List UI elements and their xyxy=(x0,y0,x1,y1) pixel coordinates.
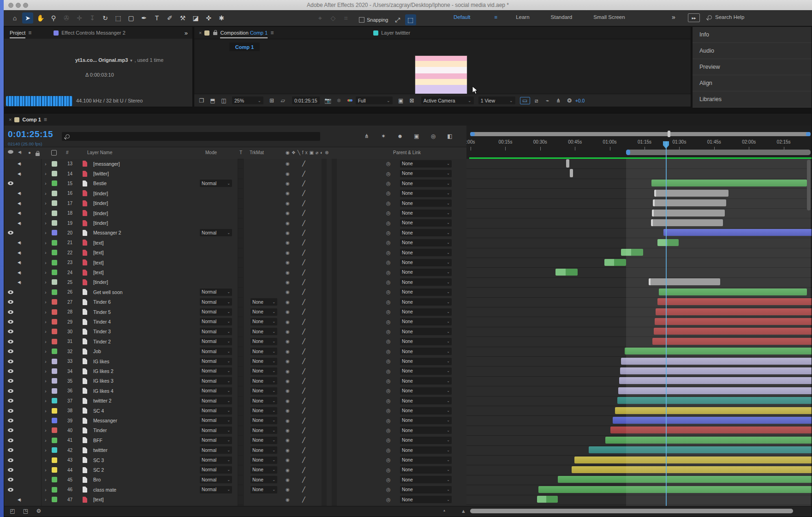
eye-icon[interactable] xyxy=(8,406,13,415)
layer-row-21[interactable]: ◀)›21[text]◉╱◎None⌄ xyxy=(4,238,466,248)
mask-visibility-icon[interactable]: ▱ xyxy=(278,97,287,104)
timeline-track-20[interactable] xyxy=(466,228,812,238)
effect-switch-box[interactable] xyxy=(322,406,327,415)
motionblur-switch-box[interactable] xyxy=(332,327,337,337)
sidebar-panel-audio[interactable]: Audio xyxy=(693,43,812,59)
preserve-transparency-box[interactable] xyxy=(238,455,244,466)
eye-icon[interactable] xyxy=(8,485,13,494)
quality-switch-icon[interactable]: ╱ xyxy=(302,277,305,287)
timeline-search-input[interactable] xyxy=(62,132,320,141)
parent-link-column-header[interactable]: Parent & Link xyxy=(393,150,421,155)
layer-row-36[interactable]: ›36IG likes 4Normal⌄None⌄◉╱◎None⌄ xyxy=(4,386,466,396)
eye-icon[interactable] xyxy=(8,475,13,485)
preserve-transparency-box[interactable] xyxy=(238,168,244,179)
layer-row-25[interactable]: ◀)›25[tinder]◉╱◎None⌄ xyxy=(4,277,466,288)
motionblur-switch-box[interactable] xyxy=(332,198,337,208)
label-chip[interactable] xyxy=(52,475,57,485)
timeline-track-35[interactable] xyxy=(466,376,812,386)
effect-switch-box[interactable] xyxy=(322,168,327,178)
snapshot-icon[interactable]: 📷 xyxy=(323,97,333,104)
mode-dropdown[interactable]: Normal⌄ xyxy=(200,338,232,345)
parent-pickwhip-icon[interactable]: ◎ xyxy=(386,445,391,455)
effect-switch-box[interactable] xyxy=(322,445,327,455)
label-chip[interactable] xyxy=(52,415,57,425)
parent-pickwhip-icon[interactable]: ◎ xyxy=(386,277,391,287)
show-channel-icon[interactable] xyxy=(346,99,355,102)
label-chip[interactable] xyxy=(52,228,57,238)
layer-row-13[interactable]: ◀)›13[messanger]◉╱◎None⌄ xyxy=(4,159,466,169)
label-chip[interactable] xyxy=(52,455,57,465)
parent-pickwhip-icon[interactable]: ◎ xyxy=(386,327,391,337)
panel-menu-icon[interactable]: ≡ xyxy=(28,30,31,36)
parent-pickwhip-icon[interactable]: ◎ xyxy=(386,248,391,258)
parent-pickwhip-icon[interactable]: ◎ xyxy=(386,347,391,356)
layer-duration-bar[interactable] xyxy=(618,387,812,394)
parent-pickwhip-icon[interactable]: ◎ xyxy=(386,218,391,228)
tab-project[interactable]: Project xyxy=(10,30,25,36)
parent-pickwhip-icon[interactable]: ◎ xyxy=(386,475,391,485)
camera-tool[interactable]: ⬚ xyxy=(113,12,124,24)
parent-dropdown[interactable]: None⌄ xyxy=(400,387,452,395)
type-tool[interactable]: T xyxy=(151,12,162,24)
trkmat-dropdown[interactable]: None⌄ xyxy=(251,348,277,355)
layer-name[interactable]: SC 2 xyxy=(93,465,104,475)
layer-switch-icon[interactable]: ◉ xyxy=(286,188,290,198)
layer-row-29[interactable]: ›29Tinder 4Normal⌄None⌄◉╱◎None⌄ xyxy=(4,317,466,327)
expander-icon[interactable]: › xyxy=(45,435,47,445)
layer-switch-icon[interactable]: ◉ xyxy=(286,179,290,188)
layer-switch-icon[interactable]: ◉ xyxy=(286,426,290,435)
eraser-tool[interactable]: ◪ xyxy=(190,12,201,24)
timeline-track-13[interactable] xyxy=(466,159,812,169)
rectangle-tool[interactable]: ▢ xyxy=(125,12,137,24)
timeline-track-42[interactable] xyxy=(466,445,812,456)
snap-angle-icon[interactable]: ⤢ xyxy=(392,14,403,25)
parent-pickwhip-icon[interactable]: ◎ xyxy=(386,188,391,198)
label-chip[interactable] xyxy=(52,238,57,247)
motion-blur-icon[interactable]: ◎ xyxy=(429,133,438,139)
quality-switch-icon[interactable]: ╱ xyxy=(302,168,305,178)
sidebar-panel-preview[interactable]: Preview xyxy=(693,59,812,75)
timeline-track-39[interactable] xyxy=(466,415,812,426)
label-chip[interactable] xyxy=(52,396,57,406)
trkmat-dropdown[interactable]: None⌄ xyxy=(251,377,277,385)
layer-switch-icon[interactable]: ◉ xyxy=(286,356,290,366)
expander-icon[interactable]: › xyxy=(45,287,47,297)
eye-icon[interactable] xyxy=(8,376,13,386)
layer-switch-icon[interactable]: ◉ xyxy=(286,327,290,337)
motionblur-switch-box[interactable] xyxy=(332,386,337,396)
trkmat-dropdown[interactable]: None⌄ xyxy=(251,387,277,395)
layer-name-column-header[interactable]: Layer Name xyxy=(87,150,112,155)
parent-dropdown[interactable]: None⌄ xyxy=(400,437,452,444)
layer-duration-bar[interactable] xyxy=(538,486,812,493)
layer-duration-bar[interactable] xyxy=(652,338,812,345)
parent-dropdown[interactable]: None⌄ xyxy=(400,328,452,335)
audio-icon[interactable]: ◀) xyxy=(18,188,21,198)
label-chip[interactable] xyxy=(52,327,57,337)
effect-switch-box[interactable] xyxy=(322,455,327,465)
expander-icon[interactable]: › xyxy=(45,307,47,317)
preserve-transparency-box[interactable] xyxy=(238,248,244,258)
timeline-track-28[interactable] xyxy=(466,307,812,317)
layer-row-37[interactable]: ›37twittter 2Normal⌄None⌄◉╱◎None⌄ xyxy=(4,396,466,406)
eye-icon[interactable] xyxy=(8,228,13,238)
quality-switch-icon[interactable]: ╱ xyxy=(302,426,305,435)
motionblur-switch-box[interactable] xyxy=(332,415,337,425)
expander-icon[interactable]: › xyxy=(45,277,47,287)
layer-name[interactable]: [tinder] xyxy=(93,208,108,218)
motionblur-switch-box[interactable] xyxy=(332,168,337,178)
layer-row-15[interactable]: ›15BestieNormal⌄◉╱◎None⌄ xyxy=(4,179,466,189)
parent-pickwhip-icon[interactable]: ◎ xyxy=(386,356,391,366)
parent-pickwhip-icon[interactable]: ◎ xyxy=(386,426,391,435)
workspace-menu-icon[interactable]: ≡ xyxy=(494,14,497,20)
timeline-track-17[interactable] xyxy=(466,198,812,209)
timeline-track-37[interactable] xyxy=(466,396,812,406)
quality-switch-icon[interactable]: ╱ xyxy=(302,188,305,198)
effect-switch-box[interactable] xyxy=(322,327,327,337)
layer-name[interactable]: Messanger xyxy=(93,415,117,425)
preserve-transparency-box[interactable] xyxy=(238,376,244,387)
quality-switch-icon[interactable]: ╱ xyxy=(302,415,305,425)
quality-switch-icon[interactable]: ╱ xyxy=(302,248,305,258)
effect-switch-box[interactable] xyxy=(322,198,327,208)
expander-icon[interactable]: › xyxy=(45,415,47,425)
parent-pickwhip-icon[interactable]: ◎ xyxy=(386,238,391,247)
